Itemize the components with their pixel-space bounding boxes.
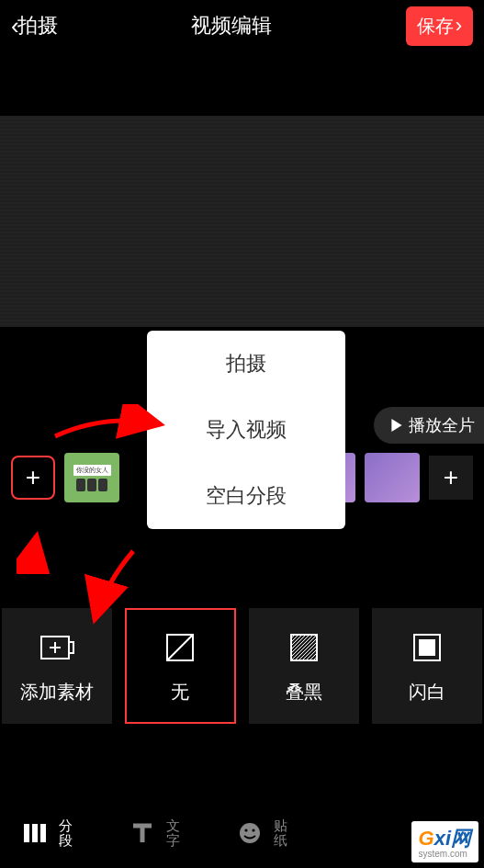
transition-fade-black[interactable]: 叠黑 [249,608,359,724]
nav-label: 贴纸 [274,818,287,849]
add-clip-right-button[interactable]: + [429,456,473,500]
watermark: GGxi网xi网 system.com [411,821,478,862]
add-source-popup: 拍摄 导入视频 空白分段 [147,331,345,529]
svg-rect-8 [419,639,435,656]
popup-item-shoot[interactable]: 拍摄 [147,331,345,397]
play-full-label: 播放全片 [409,414,475,436]
page-title: 视频编辑 [191,12,272,39]
svg-point-12 [240,823,260,843]
add-material-icon [38,628,76,667]
annotation-arrow [17,528,62,574]
add-clip-button[interactable]: + [11,456,55,500]
thumb-caption: 你没的女人 [73,465,111,476]
clip-thumb[interactable]: 你没的女人 [64,453,119,502]
back-label: 拍摄 [17,12,58,39]
transition-label: 添加素材 [20,680,94,705]
transition-none[interactable]: 无 [125,608,235,724]
transition-label: 无 [171,680,189,705]
clip-thumb[interactable] [365,453,420,502]
transition-label: 闪白 [409,680,445,705]
plus-icon: + [26,463,40,492]
thumb-graphic [76,479,107,491]
svg-rect-10 [32,824,38,842]
segments-icon [20,818,50,848]
text-icon [128,818,157,848]
preview-content [0,116,484,327]
save-button[interactable]: 保存 › [406,6,473,46]
svg-line-5 [167,635,193,660]
play-icon [390,419,403,432]
nav-text[interactable]: 文字 [128,818,180,849]
svg-rect-3 [69,642,73,653]
svg-rect-11 [40,824,46,842]
plus-icon: + [444,463,458,492]
popup-item-blank[interactable]: 空白分段 [147,463,345,529]
flash-white-icon [408,628,446,667]
play-full-button[interactable]: 播放全片 [374,407,484,444]
transition-label: 叠黑 [286,680,322,705]
save-label: 保存 [417,14,454,39]
nav-stickers[interactable]: 贴纸 [235,818,287,849]
svg-point-13 [244,829,247,831]
svg-rect-9 [24,824,29,842]
nav-label: 分段 [59,818,73,849]
popup-item-import[interactable]: 导入视频 [147,397,345,463]
chevron-right-icon: › [456,14,462,38]
transition-add-material[interactable]: 添加素材 [2,608,112,724]
sticker-icon [235,818,265,848]
transition-flash-white[interactable]: 闪白 [372,608,482,724]
fade-black-icon [285,628,323,667]
transition-row: 添加素材 无 叠黑 闪白 [0,592,484,740]
svg-rect-6 [291,635,317,660]
nav-segments[interactable]: 分段 [20,818,73,849]
svg-point-14 [252,829,254,831]
back-button[interactable]: ‹ 拍摄 [11,12,58,40]
header: ‹ 拍摄 视频编辑 保存 › [0,0,484,51]
none-icon [161,628,199,667]
nav-label: 文字 [166,818,180,849]
